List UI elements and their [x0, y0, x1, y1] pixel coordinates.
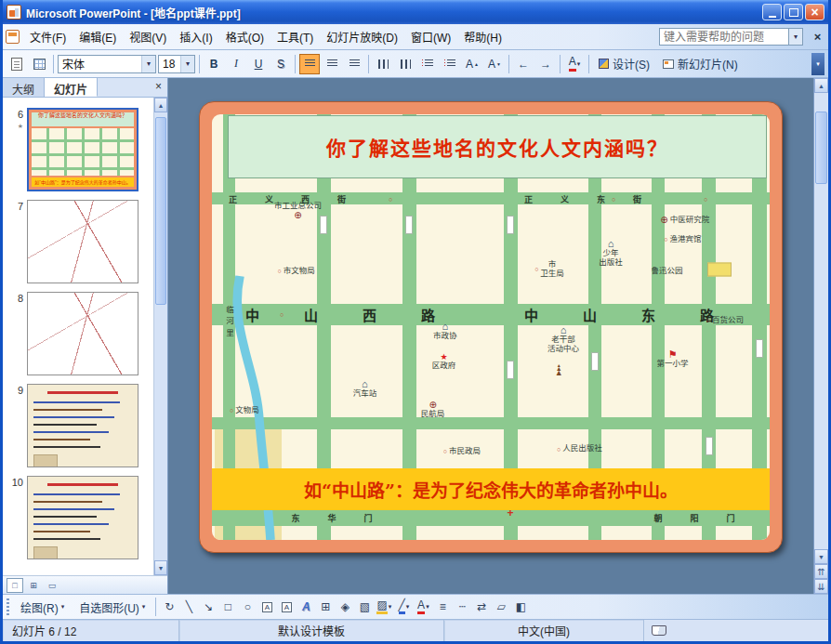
italic-button[interactable]: I [226, 54, 246, 74]
next-slide-button[interactable]: ⇊ [814, 579, 828, 594]
font-color-icon[interactable]: A▾ [414, 598, 432, 616]
close-pane-button[interactable]: × [150, 78, 167, 97]
line-spacing-button[interactable] [395, 54, 416, 74]
map-place-label: 少年 出版社 [599, 249, 623, 268]
restore-button[interactable] [784, 4, 803, 20]
menu-edit[interactable]: 编辑(E) [73, 25, 123, 48]
tab-outline[interactable]: 大纲 [3, 78, 45, 97]
close-document-button[interactable]: × [810, 29, 825, 45]
bold-button[interactable]: B [204, 54, 224, 74]
slide-thumbnail[interactable] [27, 200, 138, 283]
chevron-down-icon[interactable]: ▾ [141, 56, 155, 72]
scroll-up-icon[interactable]: ▲ [154, 98, 167, 112]
wordart-icon[interactable]: A [297, 598, 315, 616]
line-style-icon[interactable]: ≡ [433, 598, 452, 616]
align-center-button[interactable] [322, 54, 342, 74]
slide-thumbnail-row: 6★你了解这些地名的文化人文内涵吗？如“中山路”：是为了纪念伟大的革命者孙中山。 [8, 108, 152, 191]
chevron-down-icon[interactable]: ▾ [789, 28, 803, 46]
template-name[interactable]: 默认设计模板 [179, 620, 444, 641]
menu-tools[interactable]: 工具(T) [270, 25, 320, 48]
slide-title-box[interactable]: 你了解这些地名的文化人文内涵吗？ [228, 115, 767, 178]
slideshow-view-button[interactable]: ▭ [44, 578, 60, 593]
font-size-select[interactable]: 18 ▾ [158, 55, 195, 73]
slide-thumbnail[interactable] [27, 384, 138, 467]
minimize-button[interactable] [762, 4, 782, 20]
decrease-font-button[interactable]: A [484, 54, 505, 74]
scroll-down-icon[interactable]: ▼ [814, 549, 828, 564]
toolbar-options-chevron[interactable]: ▾ [811, 53, 824, 75]
title-bar[interactable]: Microsoft PowerPoint - [地名ppt课件.ppt] [3, 0, 828, 24]
scroll-down-icon[interactable]: ▼ [154, 560, 167, 575]
slide-caption-box[interactable]: 如“中山路”：是为了纪念伟大的革命者孙中山。 [212, 468, 770, 510]
scroll-up-icon[interactable]: ▲ [814, 78, 828, 93]
rectangle-icon[interactable]: □ [218, 598, 237, 616]
align-left-button[interactable] [299, 54, 320, 74]
menu-insert[interactable]: 插入(I) [173, 25, 218, 48]
previous-slide-button[interactable]: ⇈ [814, 564, 828, 579]
language-indicator[interactable]: 中文(中国) [444, 620, 644, 641]
scrollbar-track[interactable] [154, 112, 167, 560]
arrow-icon[interactable]: ↘ [199, 598, 218, 616]
font-name-select[interactable]: 宋体 ▾ [58, 55, 156, 73]
map-place-label: 市政协 [433, 331, 457, 340]
bullet-list-button[interactable] [440, 54, 460, 74]
menu-view[interactable]: 视图(V) [123, 25, 173, 48]
slide-thumbnail[interactable]: 你了解这些地名的文化人文内涵吗？如“中山路”：是为了纪念伟大的革命者孙中山。 [27, 108, 138, 191]
draw-menu-button[interactable]: 绘图(R) ▾ [14, 598, 71, 616]
new-slide-button[interactable]: 新幻灯片(N) [657, 54, 744, 74]
thumbnails-scrollbar[interactable]: ▲ ▼ [153, 98, 167, 575]
oval-icon[interactable]: ○ [238, 598, 257, 616]
decrease-indent-button[interactable]: ← [513, 54, 534, 74]
text-box-icon[interactable]: A [257, 598, 276, 616]
transition-star-icon[interactable]: ★ [8, 123, 23, 130]
diagram-icon[interactable]: ⊞ [316, 598, 335, 616]
columns-button[interactable] [373, 54, 393, 74]
numbered-list-button[interactable] [417, 54, 438, 74]
slide-canvas[interactable]: 正义西街正义东街中山西路中山东路东华门朝阳门临河里市工业总公司⊕○市文物局○市 … [199, 101, 783, 553]
menu-slideshow[interactable]: 幻灯片放映(D) [320, 25, 404, 48]
new-presentation-button[interactable] [7, 54, 27, 74]
menu-format[interactable]: 格式(O) [219, 25, 270, 48]
normal-view-button[interactable]: □ [7, 578, 23, 593]
help-input[interactable] [659, 28, 789, 46]
line-color-icon[interactable]: ╱▾ [394, 598, 413, 616]
insert-table-button[interactable] [29, 54, 49, 74]
toolbar-grip[interactable] [7, 598, 9, 615]
3d-style-icon[interactable]: ◧ [511, 598, 530, 616]
menu-file[interactable]: 文件(F) [23, 25, 73, 48]
scrollbar-thumb[interactable] [155, 117, 166, 305]
spellcheck-book-icon[interactable] [652, 625, 666, 636]
font-color-button[interactable]: A▾ [564, 54, 585, 74]
mini-text-line [33, 439, 90, 440]
slide-sorter-view-button[interactable]: ⊞ [25, 578, 42, 593]
text-shadow-button[interactable]: S [270, 54, 291, 74]
align-right-button[interactable] [344, 54, 364, 74]
slide-thumbnail[interactable] [27, 476, 138, 559]
menu-window[interactable]: 窗口(W) [404, 25, 457, 48]
free-rotate-icon[interactable]: ↻ [160, 598, 178, 616]
menu-help[interactable]: 帮助(H) [457, 25, 508, 48]
slide-thumbnail[interactable] [27, 292, 138, 375]
chevron-down-icon[interactable]: ▾ [180, 56, 194, 72]
slide-scrollbar[interactable]: ▲ ▼ ⇈ ⇊ [813, 78, 828, 594]
clip-art-icon[interactable]: ◈ [336, 598, 354, 616]
underline-button[interactable]: U [248, 54, 269, 74]
vertical-text-box-icon[interactable]: A [277, 598, 296, 616]
fill-color-icon[interactable]: ▨▾ [375, 598, 393, 616]
arrow-style-icon[interactable]: ⇄ [472, 598, 491, 616]
mini-text-line [33, 424, 97, 426]
autoshapes-menu-button[interactable]: 自选图形(U) ▾ [73, 598, 152, 616]
new-page-icon [11, 58, 22, 71]
shadow-style-icon[interactable]: ▱ [492, 598, 510, 616]
close-button[interactable] [805, 4, 824, 20]
scrollbar-track[interactable] [814, 93, 828, 549]
insert-picture-icon[interactable]: ▧ [355, 598, 374, 616]
increase-indent-button[interactable]: → [535, 54, 556, 74]
scrollbar-thumb[interactable] [815, 112, 827, 185]
map-place: ⊕民航局 [421, 401, 445, 419]
tab-slides[interactable]: 幻灯片 [45, 78, 98, 97]
increase-font-button[interactable]: A [462, 54, 482, 74]
design-button[interactable]: 设计(S) [593, 54, 655, 74]
dash-style-icon[interactable]: ┄ [453, 598, 471, 616]
line-icon[interactable]: ╲ [179, 598, 198, 616]
